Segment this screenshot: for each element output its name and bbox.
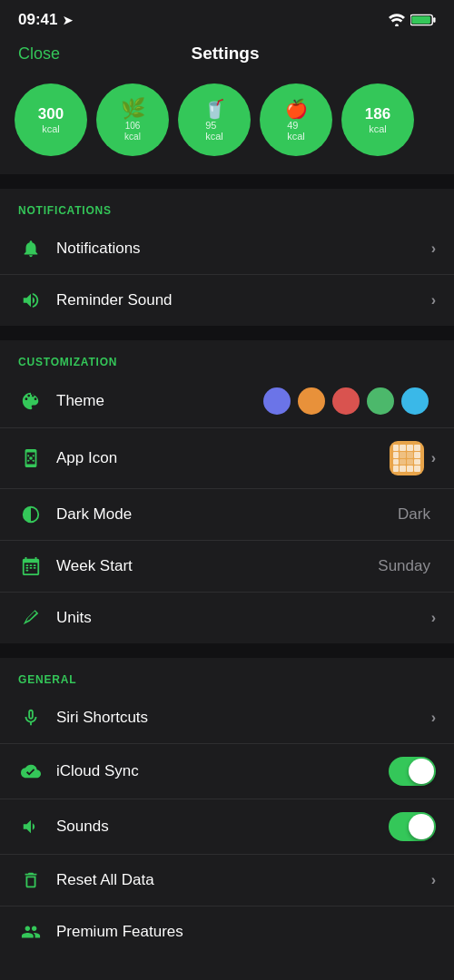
status-icons xyxy=(389,14,436,26)
time-display: 09:41 xyxy=(18,11,57,29)
svg-point-4 xyxy=(29,456,33,460)
dark-mode-icon xyxy=(18,502,44,527)
app-icon-label: App Icon xyxy=(56,449,390,467)
siri-shortcuts-chevron: › xyxy=(431,710,436,726)
app-icon-chevron: › xyxy=(431,450,436,466)
sounds-label: Sounds xyxy=(56,818,389,836)
battery-icon xyxy=(410,14,436,26)
calendar-icon xyxy=(18,554,44,579)
reset-all-data-label: Reset All Data xyxy=(56,871,431,889)
dark-mode-value: Dark xyxy=(398,505,430,524)
circle-icon-2: 🥤 xyxy=(203,98,226,120)
customization-list: Theme App Icon xyxy=(0,375,454,643)
units-label: Units xyxy=(56,609,431,627)
circle-icon-3: 🍎 xyxy=(285,98,308,120)
reminder-sound-label: Reminder Sound xyxy=(56,291,431,309)
week-start-value: Sunday xyxy=(378,557,430,575)
svg-rect-6 xyxy=(33,455,35,456)
reminder-sound-row[interactable]: Reminder Sound › xyxy=(0,275,454,326)
status-time: 09:41 ➤ xyxy=(18,11,73,29)
theme-dot-blue xyxy=(401,387,429,415)
toggle-knob xyxy=(409,759,434,784)
premium-icon xyxy=(18,919,44,945)
speaker-icon xyxy=(18,288,44,313)
icloud-sync-row[interactable]: iCloud Sync xyxy=(0,744,454,799)
palette-icon xyxy=(18,388,44,414)
sounds-toggle[interactable] xyxy=(389,812,436,841)
svg-rect-15 xyxy=(26,570,29,572)
app-icon-thumbnail xyxy=(390,441,424,475)
theme-dot-red xyxy=(332,387,360,415)
week-start-label: Week Start xyxy=(56,557,378,575)
trash-icon xyxy=(18,867,44,893)
theme-color-dots xyxy=(263,387,429,415)
sounds-icon xyxy=(18,814,44,839)
theme-row[interactable]: Theme xyxy=(0,375,454,428)
icloud-sync-toggle[interactable] xyxy=(389,757,436,786)
app-icon-row[interactable]: App Icon › xyxy=(0,428,454,489)
theme-dot-purple xyxy=(263,387,291,415)
notifications-list: Notifications › Reminder Sound › xyxy=(0,223,454,326)
section-gap-1 xyxy=(0,174,454,189)
sounds-toggle-knob xyxy=(409,814,434,839)
circle-300[interactable]: 300 kcal xyxy=(15,83,87,156)
icloud-icon xyxy=(18,759,44,784)
nav-bar: Close Settings xyxy=(0,36,454,74)
siri-shortcuts-row[interactable]: Siri Shortcuts › xyxy=(0,692,454,744)
theme-dot-green xyxy=(367,387,394,415)
general-list: Siri Shortcuts › iCloud Sync Sounds xyxy=(0,692,454,957)
customization-section-header: CUSTOMIZATION xyxy=(0,340,454,375)
svg-rect-5 xyxy=(27,455,29,456)
notifications-section-header: NOTIFICATIONS xyxy=(0,189,454,223)
reminder-sound-chevron: › xyxy=(431,292,436,309)
svg-rect-10 xyxy=(30,564,33,566)
app-icon-symbol xyxy=(18,446,44,471)
theme-label: Theme xyxy=(56,392,263,410)
section-gap-2 xyxy=(0,326,454,340)
svg-rect-14 xyxy=(34,567,36,569)
svg-rect-3 xyxy=(411,16,430,24)
notifications-row[interactable]: Notifications › xyxy=(0,223,454,275)
page-title: Settings xyxy=(192,44,260,64)
reset-data-chevron: › xyxy=(431,872,436,888)
status-bar: 09:41 ➤ xyxy=(0,0,454,36)
circle-186[interactable]: 186 kcal xyxy=(341,83,414,156)
reset-all-data-row[interactable]: Reset All Data › xyxy=(0,855,454,906)
svg-rect-13 xyxy=(30,567,33,569)
microphone-icon xyxy=(18,705,44,730)
general-header-text: GENERAL xyxy=(18,673,76,686)
circle-95[interactable]: 🥤 95kcal xyxy=(178,83,251,156)
units-icon xyxy=(18,605,44,631)
circles-row: 300 kcal 🌿 106kcal 🥤 95kcal 🍎 49kcal 186… xyxy=(0,74,454,174)
theme-dot-orange xyxy=(298,387,325,415)
week-start-row[interactable]: Week Start Sunday xyxy=(0,541,454,593)
dark-mode-label: Dark Mode xyxy=(56,505,398,524)
notifications-label: Notifications xyxy=(56,240,431,258)
svg-rect-11 xyxy=(34,564,36,566)
svg-rect-9 xyxy=(26,564,29,566)
location-icon: ➤ xyxy=(63,14,73,27)
premium-features-label: Premium Features xyxy=(56,923,436,941)
circle-106[interactable]: 🌿 106kcal xyxy=(96,83,169,156)
section-gap-3 xyxy=(0,643,454,658)
close-button[interactable]: Close xyxy=(18,44,60,64)
premium-features-row[interactable]: Premium Features xyxy=(0,906,454,957)
wifi-icon xyxy=(389,14,405,26)
svg-rect-8 xyxy=(33,460,35,462)
svg-point-0 xyxy=(395,24,399,26)
sounds-row[interactable]: Sounds xyxy=(0,799,454,855)
bell-icon xyxy=(18,236,44,261)
svg-rect-12 xyxy=(26,567,29,569)
dark-mode-row[interactable]: Dark Mode Dark xyxy=(0,489,454,541)
customization-header-text: CUSTOMIZATION xyxy=(18,356,117,368)
notifications-header-text: NOTIFICATIONS xyxy=(18,204,112,217)
notifications-chevron: › xyxy=(431,240,436,257)
units-row[interactable]: Units › xyxy=(0,593,454,643)
svg-rect-7 xyxy=(27,460,29,462)
svg-rect-2 xyxy=(433,17,435,23)
icloud-sync-label: iCloud Sync xyxy=(56,762,389,780)
units-chevron: › xyxy=(431,610,436,626)
general-section-header: GENERAL xyxy=(0,658,454,692)
circle-49[interactable]: 🍎 49kcal xyxy=(260,83,332,156)
circle-leaf-icon: 🌿 xyxy=(121,97,145,121)
